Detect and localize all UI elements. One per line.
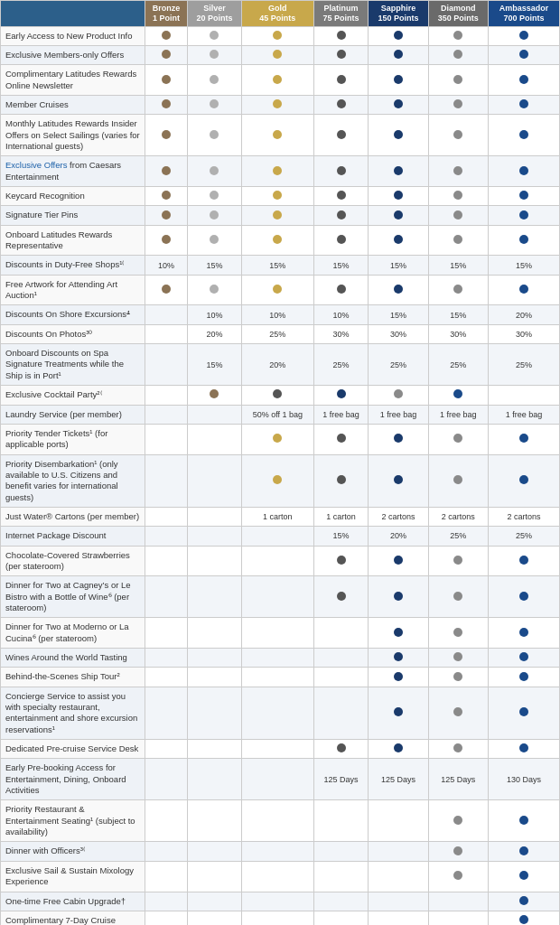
benefit-dot [210, 210, 219, 220]
benefit-dot [453, 31, 462, 40]
benefit-cell [428, 454, 488, 507]
feature-header [1, 1, 145, 27]
benefit-dot [210, 50, 219, 59]
benefit-dot [453, 628, 462, 637]
table-row: Priority Restaurant & Entertainment Seat… [1, 800, 560, 842]
benefit-dot [453, 475, 462, 484]
benefit-cell [145, 386, 188, 405]
feature-cell: Keycard Recognition [1, 187, 145, 206]
benefit-dot [453, 592, 462, 601]
benefit-cell [145, 225, 188, 256]
benefit-cell [241, 618, 313, 649]
benefit-cell [145, 687, 188, 739]
benefit-cell [145, 324, 188, 343]
benefit-cell: 15% [428, 305, 488, 324]
benefit-dot [162, 130, 171, 139]
benefit-cell [188, 546, 242, 576]
benefit-cell: 1 free bag [369, 405, 428, 424]
benefit-dot [394, 434, 403, 443]
benefit-cell [188, 45, 242, 64]
benefit-text: 20% [269, 360, 285, 369]
benefit-cell [145, 206, 188, 225]
benefit-cell [241, 187, 313, 206]
benefit-cell: 10% [313, 305, 368, 324]
benefit-cell [489, 95, 560, 114]
benefit-cell: 15% [313, 256, 368, 275]
benefit-dot [453, 707, 462, 716]
benefit-dot [453, 191, 462, 200]
benefit-cell [241, 26, 313, 45]
benefit-cell [428, 26, 488, 45]
feature-link[interactable]: Exclusive Offers [5, 160, 67, 170]
benefit-dot [453, 672, 462, 681]
benefit-cell [145, 26, 188, 45]
benefit-cell [145, 95, 188, 114]
benefit-dot [519, 166, 528, 175]
benefit-cell [428, 386, 488, 405]
benefit-dot [394, 389, 403, 398]
benefit-cell [428, 156, 488, 187]
benefit-cell [313, 225, 368, 256]
benefit-dot [519, 210, 528, 220]
benefit-cell [489, 740, 560, 759]
benefit-dot [394, 99, 403, 108]
benefit-dot [337, 434, 346, 443]
benefit-dot [453, 846, 462, 855]
benefit-cell [188, 911, 242, 925]
benefit-dot [210, 235, 219, 244]
benefit-dot [453, 75, 462, 84]
benefit-dot [162, 75, 171, 84]
benefit-cell [145, 800, 188, 842]
benefit-cell [313, 740, 368, 759]
benefit-dot [519, 31, 528, 40]
benefit-cell [428, 225, 488, 256]
benefit-cell [188, 206, 242, 225]
benefit-cell: 25% [428, 527, 488, 546]
benefit-cell [241, 800, 313, 842]
benefit-dot [337, 389, 346, 398]
feature-cell: Early Pre-booking Access for Entertainme… [1, 759, 145, 800]
benefit-cell [369, 740, 428, 759]
benefit-dot [273, 389, 282, 398]
benefit-cell [489, 156, 560, 187]
benefit-cell [369, 649, 428, 668]
benefit-dot [453, 285, 462, 294]
benefits-table: Bronze1 Point Silver20 Points Gold45 Poi… [0, 0, 560, 925]
benefit-dot [162, 166, 171, 175]
feature-cell: Exclusive Members-only Offers [1, 45, 145, 64]
table-row: Onboard Discounts on Spa Signature Treat… [1, 344, 560, 386]
benefit-text: 15% [390, 311, 406, 320]
benefit-dot [337, 166, 346, 175]
benefit-cell [145, 649, 188, 668]
benefit-cell [241, 156, 313, 187]
feature-cell: Complimentary Latitudes Rewards Online N… [1, 65, 145, 96]
benefit-text: 10% [333, 311, 350, 320]
benefit-text: 1 free bag [506, 410, 543, 419]
benefit-cell [369, 861, 428, 892]
benefit-text: 15% [450, 311, 466, 320]
benefit-cell [241, 206, 313, 225]
benefit-dot [453, 389, 462, 398]
benefit-cell [145, 911, 188, 925]
table-row: Exclusive Sail & Sustain Mixology Experi… [1, 861, 560, 892]
benefit-text: 2 cartons [442, 512, 475, 521]
benefit-cell [145, 454, 188, 507]
benefit-cell: 25% [489, 527, 560, 546]
benefit-cell [428, 546, 488, 576]
benefit-dot [273, 50, 282, 59]
benefit-cell [428, 892, 488, 911]
benefit-cell [313, 546, 368, 576]
benefit-cell [428, 187, 488, 206]
benefit-cell: 2 cartons [428, 507, 488, 526]
benefit-cell [369, 65, 428, 96]
benefit-cell [241, 911, 313, 925]
benefit-dot [394, 628, 403, 637]
benefit-dot [337, 235, 346, 244]
table-row: Priority Tender Tickets¹ (for applicable… [1, 424, 560, 454]
benefit-text: 15% [269, 261, 285, 270]
benefit-cell: 10% [145, 256, 188, 275]
benefit-cell [313, 861, 368, 892]
benefit-cell: 30% [313, 324, 368, 343]
benefit-cell [188, 275, 242, 305]
benefit-dot [394, 31, 403, 40]
